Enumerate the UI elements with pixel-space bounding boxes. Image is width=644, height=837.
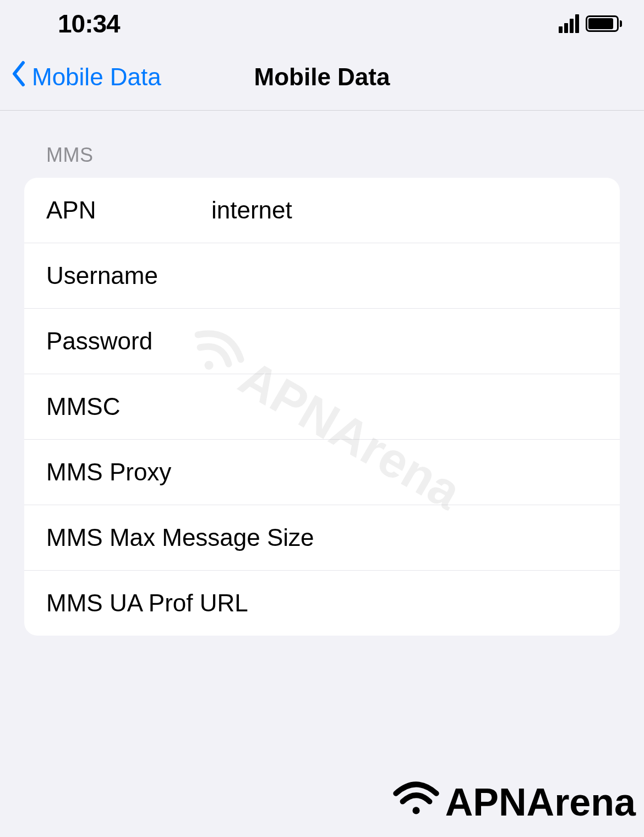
chevron-left-icon: [11, 61, 26, 94]
password-field[interactable]: [211, 327, 598, 355]
status-time: 10:34: [58, 9, 120, 39]
content-area: MMS APN Username Password MMSC MMS Proxy…: [0, 111, 644, 636]
row-label-username: Username: [46, 262, 211, 289]
settings-row-username[interactable]: Username: [24, 243, 620, 309]
navigation-bar: Mobile Data Mobile Data: [0, 50, 644, 111]
wifi-icon: [391, 779, 441, 826]
apn-field[interactable]: [211, 196, 598, 224]
row-label-mms-proxy: MMS Proxy: [46, 458, 211, 486]
back-label: Mobile Data: [32, 63, 161, 91]
settings-row-password[interactable]: Password: [24, 309, 620, 374]
row-label-password: Password: [46, 327, 211, 355]
svg-point-1: [412, 807, 419, 814]
mms-proxy-field[interactable]: [211, 458, 598, 486]
back-button[interactable]: Mobile Data: [11, 61, 161, 94]
cellular-signal-icon: [559, 14, 579, 33]
battery-icon: [586, 15, 622, 32]
row-label-apn: APN: [46, 196, 211, 224]
settings-row-mmsc[interactable]: MMSC: [24, 374, 620, 440]
settings-row-mms-proxy[interactable]: MMS Proxy: [24, 440, 620, 505]
row-label-mms-ua-prof: MMS UA Prof URL: [46, 589, 598, 617]
row-label-mms-max-size: MMS Max Message Size: [46, 524, 598, 551]
status-indicators: [559, 14, 622, 33]
section-header-mms: MMS: [24, 144, 620, 178]
settings-row-mms-max-size[interactable]: MMS Max Message Size: [24, 505, 620, 571]
settings-row-mms-ua-prof[interactable]: MMS UA Prof URL: [24, 571, 620, 636]
mmsc-field[interactable]: [211, 393, 598, 420]
apnarena-logo: APNArena: [391, 779, 636, 826]
settings-group-mms: APN Username Password MMSC MMS Proxy MMS…: [24, 178, 620, 636]
row-label-mmsc: MMSC: [46, 393, 211, 420]
page-title: Mobile Data: [254, 63, 390, 91]
username-field[interactable]: [211, 262, 598, 289]
status-bar: 10:34: [0, 0, 644, 50]
settings-row-apn[interactable]: APN: [24, 178, 620, 243]
logo-text: APNArena: [445, 780, 636, 824]
